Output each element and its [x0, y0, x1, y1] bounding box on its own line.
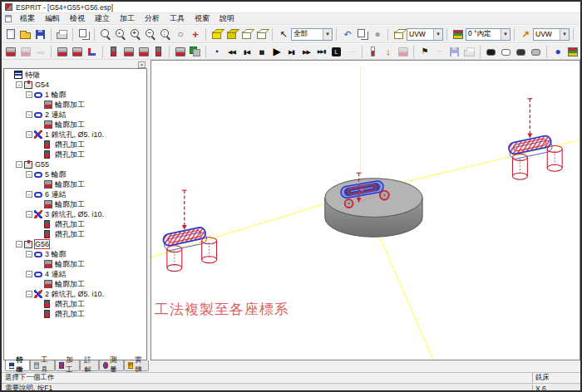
tree-node[interactable]: 鑽孔加工 — [4, 219, 146, 229]
tab-operations[interactable]: 加工 — [55, 360, 80, 371]
manual-operation-button[interactable] — [18, 45, 32, 58]
menu-item-8[interactable]: 說明 — [215, 12, 239, 25]
sim-range-button[interactable]: — — [344, 45, 358, 58]
toolpath-copy-left[interactable] — [162, 190, 217, 271]
tree-toggle[interactable]: - — [26, 191, 32, 198]
tree-node[interactable]: -4 連結 — [4, 269, 146, 279]
menu-item-3[interactable]: 建立 — [90, 12, 115, 25]
machine-housing-button[interactable] — [484, 45, 498, 58]
fixture-display-button[interactable] — [514, 45, 528, 58]
menu-item-1[interactable]: 編輯 — [40, 12, 65, 25]
new-file-button[interactable] — [3, 27, 17, 41]
tree-toggle[interactable]: - — [26, 91, 32, 98]
sim-to-start-button[interactable]: ◀◀ — [224, 45, 239, 58]
mask-toggle-button[interactable]: ● — [370, 27, 384, 41]
tool-down-button[interactable]: ↓ — [381, 45, 395, 58]
tree-node[interactable]: 鑽孔加工 — [4, 299, 146, 309]
open-file-button[interactable] — [18, 27, 32, 41]
post-processor-button[interactable] — [188, 45, 202, 58]
print-sim-button[interactable] — [462, 45, 476, 58]
print-button[interactable] — [55, 27, 69, 41]
tree-node[interactable]: -G55 — [4, 159, 146, 169]
view-orientation-dropdown-icon[interactable]: ▾ — [433, 29, 442, 40]
menu-item-2[interactable]: 檢視 — [65, 12, 90, 25]
zoom-previous-button[interactable]: • — [113, 27, 127, 41]
tree-node[interactable]: -6 連結 — [4, 189, 146, 199]
menu-item-5[interactable]: 分析 — [140, 12, 165, 25]
drilling-cycle-button[interactable] — [106, 45, 121, 58]
work-plane-dropdown-icon[interactable]: ▾ — [560, 29, 569, 40]
tree-toggle[interactable]: - — [16, 241, 22, 247]
select-cursor-button[interactable]: ↖ — [276, 27, 290, 41]
sim-to-end-button[interactable]: ▶▶▮ — [314, 45, 328, 58]
tree-node[interactable]: 輪廓加工 — [4, 179, 146, 189]
probe-cycle-button[interactable] — [85, 45, 99, 58]
sim-stop-button[interactable]: ▪ — [210, 45, 224, 58]
sim-loop-button[interactable]: L — [329, 45, 343, 58]
tree-node[interactable]: 鑽孔加工 — [4, 149, 146, 159]
hidden-line-view-button[interactable] — [254, 27, 269, 41]
document-icon[interactable] — [5, 15, 12, 22]
zoom-window-button[interactable]: : — [158, 27, 172, 41]
tree-node[interactable]: 鑽孔加工 — [4, 140, 146, 149]
export-stack-button[interactable] — [565, 45, 580, 58]
machine-simulation-button[interactable] — [55, 45, 69, 58]
view-cube-button[interactable] — [392, 27, 406, 41]
tree-toggle[interactable]: - — [26, 251, 32, 257]
save-stock-button[interactable] — [447, 45, 461, 58]
stock-display-button[interactable] — [499, 45, 513, 58]
selection-filter-dropdown-icon[interactable]: ▾ — [323, 29, 332, 40]
sim-fast-forward-button[interactable]: ▶▶ — [299, 45, 313, 58]
tree-node[interactable]: -2 錐坑孔, Ø5. i10. — [4, 289, 146, 299]
sim-play-button[interactable]: ▶ — [269, 45, 284, 58]
zoom-highlight-button[interactable] — [98, 27, 112, 41]
tree-node[interactable]: -1 輪廓 — [4, 90, 146, 100]
spindle-setup-button[interactable] — [3, 45, 17, 58]
menu-item-7[interactable]: 視窗 — [190, 12, 215, 25]
tree-toggle[interactable]: - — [26, 171, 32, 178]
machine-origin-button[interactable] — [577, 27, 580, 41]
tree-node[interactable]: -2 連結 — [4, 110, 146, 120]
shaded-edges-view-button[interactable] — [224, 27, 239, 41]
pan-view-button[interactable]: + — [188, 27, 202, 41]
tool-setter-button[interactable]: ⚑ — [417, 45, 432, 58]
tree-node[interactable]: 鑽孔加工 — [4, 309, 146, 319]
sim-step-forward-button[interactable]: ▶▮ — [284, 45, 298, 58]
menu-item-4[interactable]: 加工 — [115, 12, 140, 25]
tree-node[interactable]: -G56 — [4, 239, 146, 249]
view-orientation-combo[interactable]: UVW▾ — [407, 28, 443, 41]
active-layer-combo[interactable]: 0 °內定▾ — [466, 28, 510, 41]
threading-cycle-button[interactable] — [151, 45, 165, 58]
tree-toggle[interactable]: - — [16, 161, 22, 168]
paste-special-button[interactable] — [355, 27, 369, 41]
tree-toggle[interactable]: - — [26, 211, 32, 218]
work-plane-arrow-button[interactable]: ↗ — [518, 27, 532, 41]
sim-goto-button[interactable]: ⌐ — [432, 45, 446, 58]
tree-node[interactable]: -1 錐坑孔, Ø5. i10. — [4, 130, 146, 140]
work-plane-combo[interactable]: UVW▾ — [533, 28, 570, 41]
shaded-view-button[interactable] — [210, 27, 224, 41]
contouring-cycle-button[interactable] — [136, 45, 150, 58]
undo-button[interactable]: ↶ — [340, 27, 354, 41]
tab-features[interactable]: 特徵 — [5, 360, 30, 371]
tree-node[interactable]: 輪廓加工 — [4, 279, 146, 289]
tree-node[interactable]: 輪廓加工 — [4, 199, 146, 209]
layers-button[interactable] — [451, 27, 465, 41]
tree-node[interactable]: 鑽孔加工 — [4, 229, 146, 239]
tree-toggle[interactable]: - — [16, 81, 22, 88]
tree-node[interactable]: -5 輪廓 — [4, 169, 146, 179]
part-model[interactable] — [325, 173, 422, 237]
tree-toggle[interactable]: - — [26, 111, 32, 118]
graphics-viewport[interactable]: 工法複製至各座標系 — [150, 60, 580, 360]
tree-node[interactable]: -G54 — [4, 80, 146, 90]
panel-close-button[interactable]: × — [138, 61, 146, 68]
tree-node[interactable]: -3 輪廓 — [4, 249, 146, 259]
tab-solids[interactable]: 實體 — [124, 360, 149, 371]
sim-speed-button[interactable] — [366, 45, 380, 58]
sim-step-back-button[interactable]: ▮◀ — [239, 45, 254, 58]
tab-annotations[interactable]: 註解 — [80, 360, 99, 371]
zoom-in-button[interactable]: + — [128, 27, 142, 41]
pocketing-cycle-button[interactable] — [121, 45, 136, 58]
save-sim-state-button[interactable] — [396, 45, 410, 58]
tree-node[interactable]: 輪廓加工 — [4, 120, 146, 130]
